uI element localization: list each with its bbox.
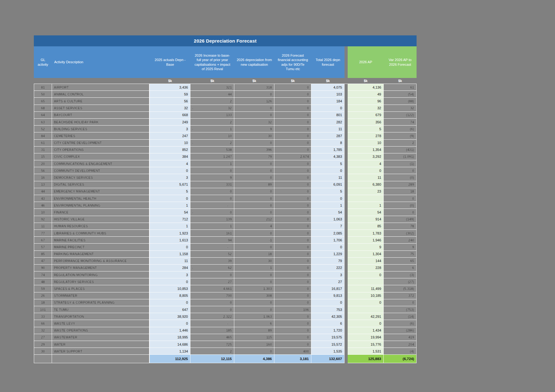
value-cell-newcap[interactable]: 308 (234, 292, 274, 299)
value-cell-total[interactable]: 0 (311, 105, 345, 112)
unit-cell-desc[interactable] (52, 78, 150, 84)
value-cell-adjs[interactable]: 0 (274, 147, 311, 153)
value-cell-adjs[interactable]: 0 (274, 112, 311, 119)
value-cell-newcap[interactable]: 115 (234, 334, 274, 341)
gl-activity-cell[interactable]: 18 (34, 299, 52, 306)
value-cell-ap[interactable]: 85 (348, 223, 384, 230)
value-cell-base[interactable]: 0 (150, 278, 190, 285)
value-cell-adjs[interactable]: 0 (274, 334, 311, 341)
value-cell-newcap[interactable]: 1,303 (234, 285, 274, 292)
gl-activity-cell[interactable]: 61 (34, 140, 52, 147)
value-cell-increase[interactable]: 0 (190, 167, 234, 174)
column-header-base[interactable]: 2025 actuals Depn - Base (150, 46, 190, 78)
value-cell-ap[interactable]: 1,531 (348, 348, 384, 355)
value-cell-base[interactable]: 5,671 (150, 181, 190, 188)
gl-activity-cell[interactable]: 77 (34, 230, 52, 237)
value-cell-increase[interactable]: 27 (190, 278, 234, 285)
value-cell-ap[interactable]: 4,136 (348, 84, 384, 91)
value-cell-var[interactable]: 0 (384, 195, 417, 202)
value-cell-newcap[interactable]: 0 (234, 209, 274, 216)
value-cell-total[interactable]: 11 (311, 174, 345, 181)
value-cell-total[interactable]: 184 (311, 98, 345, 105)
value-cell-newcap[interactable]: -1 (234, 237, 274, 244)
activity-description-cell[interactable]: HUMAN RESOURCES (52, 223, 150, 230)
value-cell-total[interactable]: 1,706 (311, 237, 345, 244)
value-cell-newcap[interactable]: 0 (234, 140, 274, 147)
value-cell-increase[interactable]: 538 (190, 147, 234, 153)
value-cell-ap[interactable]: 1,434 (348, 327, 384, 334)
value-cell-total[interactable]: 1 (311, 202, 345, 209)
value-cell-var[interactable]: 74 (384, 119, 417, 126)
value-cell-newcap[interactable]: 18 (234, 251, 274, 258)
value-cell-increase[interactable]: 133 (190, 112, 234, 119)
value-cell-increase[interactable]: 139 (190, 216, 234, 223)
gl-activity-cell[interactable]: 52 (34, 126, 52, 132)
value-cell-newcap[interactable]: 89 (234, 181, 274, 188)
value-cell-var[interactable]: 289 (384, 181, 417, 188)
value-cell-adjs[interactable]: 0 (274, 271, 311, 278)
value-cell-increase[interactable]: - (190, 202, 234, 209)
value-cell-increase[interactable]: 44 (190, 91, 234, 98)
value-cell-increase[interactable]: -2 (190, 140, 234, 147)
gl-activity-cell[interactable]: 101 (34, 306, 52, 313)
value-cell-newcap[interactable]: 6 (234, 320, 274, 327)
gl-activity-cell[interactable]: 67 (34, 237, 52, 244)
gl-activity-cell[interactable]: 64 (34, 112, 52, 119)
gl-activity-cell[interactable]: 84 (34, 132, 52, 139)
table-title[interactable]: 2026 Depreciation Forecast (34, 35, 417, 46)
value-cell-total[interactable]: 0 (311, 195, 345, 202)
value-cell-adjs[interactable]: 0 (274, 140, 311, 147)
value-cell-var[interactable]: 0 (384, 209, 417, 216)
activity-description-cell[interactable]: PERFORMANCE MONITORING & ASSURANCE (52, 258, 150, 265)
column-header-ap[interactable]: 2026 AP (348, 46, 384, 78)
total-cell-adjs[interactable]: 3,181 (274, 355, 311, 363)
value-cell-base[interactable]: 14,686 (150, 341, 190, 348)
gl-activity-cell[interactable]: 48 (34, 278, 52, 285)
value-cell-ap[interactable]: 42,291 (348, 313, 384, 320)
total-cell-gl[interactable] (34, 355, 52, 363)
value-cell-adjs[interactable]: 0 (274, 244, 311, 250)
value-cell-base[interactable]: 54 (150, 209, 190, 216)
activity-description-cell[interactable]: CEMETERIES (52, 132, 150, 139)
value-cell-var[interactable]: (6) (384, 126, 417, 132)
value-cell-base[interactable]: 8,805 (150, 292, 190, 299)
value-cell-total[interactable]: 0 (311, 167, 345, 174)
value-cell-total[interactable]: 79 (311, 258, 345, 265)
value-cell-adjs[interactable]: 106 (274, 306, 311, 313)
value-cell-increase[interactable]: 700 (190, 292, 234, 299)
value-cell-adjs[interactable]: 0 (274, 216, 311, 223)
value-cell-newcap[interactable]: 0 (234, 105, 274, 112)
value-cell-ap[interactable] (348, 195, 384, 202)
value-cell-total[interactable]: 19,575 (311, 334, 345, 341)
value-cell-ap[interactable]: 54 (348, 209, 384, 216)
gl-activity-cell[interactable]: 32 (34, 327, 52, 334)
value-cell-newcap[interactable]: 0 (234, 112, 274, 119)
value-cell-total[interactable]: 5 (311, 160, 345, 167)
value-cell-var[interactable]: 204 (384, 341, 417, 348)
column-header-var[interactable]: Var 2026 AP to 2026 Forecast (384, 46, 417, 78)
activity-description-cell[interactable]: BUILDING SERVICES (52, 126, 150, 132)
unit-cell-increase[interactable]: $k (190, 78, 234, 84)
value-cell-newcap[interactable]: 1,063 (234, 313, 274, 320)
value-cell-var[interactable]: (9) (384, 132, 417, 139)
activity-description-cell[interactable]: CIVIC COMPLEX (52, 153, 150, 160)
value-cell-var[interactable]: (54) (384, 91, 417, 98)
value-cell-total[interactable]: 54 (311, 209, 345, 216)
activity-description-cell[interactable]: WATER (52, 341, 150, 348)
value-cell-var[interactable]: 0 (384, 299, 417, 306)
value-cell-total[interactable]: 15,572 (311, 341, 345, 348)
activity-description-cell[interactable]: MARINE PRECINCT (52, 244, 150, 250)
value-cell-base[interactable]: 38,920 (150, 313, 190, 320)
activity-description-cell[interactable]: ENVIRONMENTAL PLANNING (52, 202, 150, 209)
gl-activity-cell[interactable]: 92 (34, 216, 52, 223)
value-cell-adjs[interactable]: 400 (274, 348, 311, 355)
value-cell-adjs[interactable]: 0 (274, 98, 311, 105)
value-cell-ap[interactable]: 0 (348, 320, 384, 327)
value-cell-base[interactable]: 1 (150, 202, 190, 209)
value-cell-total[interactable]: 801 (311, 112, 345, 119)
value-cell-increase[interactable]: 2 (190, 98, 234, 105)
activity-description-cell[interactable]: ARTS & CULTURE (52, 98, 150, 105)
value-cell-var[interactable]: (302) (384, 230, 417, 237)
activity-description-cell[interactable]: CITY CENTRE DEVELOPMENT (52, 140, 150, 147)
value-cell-newcap[interactable]: 0 (234, 230, 274, 237)
